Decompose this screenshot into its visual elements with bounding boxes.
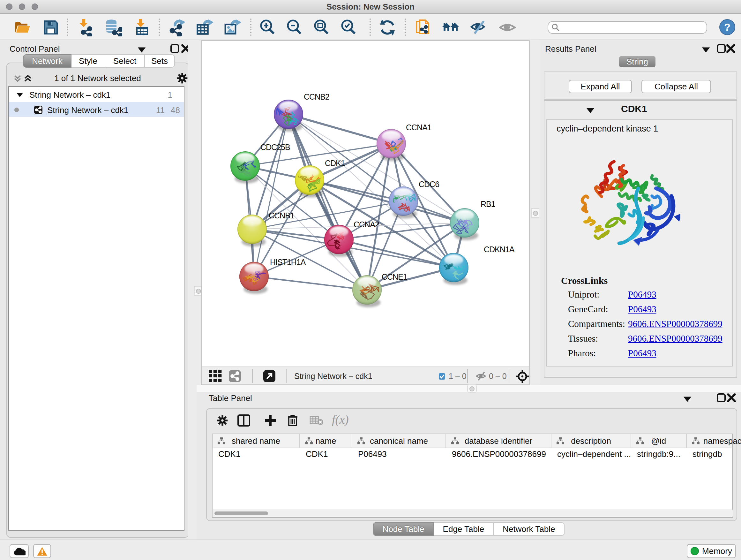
tab-network-table[interactable]: Network Table [494,522,564,536]
tab-node-table[interactable]: Node Table [373,522,434,536]
right-split-divider[interactable] [530,40,540,391]
status-bar: Memory [0,540,741,560]
help-icon[interactable]: ? [719,19,737,37]
memory-button[interactable]: Memory [687,544,736,558]
show-graphics-icon[interactable] [498,18,516,37]
delete-table-icon[interactable] [310,416,324,425]
import-network-file-icon[interactable] [76,18,94,37]
left-divider-grip[interactable] [196,289,201,294]
birdseye-grid-icon[interactable] [209,370,223,383]
export-table-icon[interactable] [196,18,213,37]
network-node-HIST1H1A[interactable]: HIST1H1A [239,258,306,294]
network-collection-row[interactable]: String Network – cdk1 1 [9,87,184,102]
right-divider-grip[interactable] [533,211,538,216]
collection-expander-icon[interactable] [16,92,23,98]
select-columns-icon[interactable] [238,415,250,427]
table-cell[interactable]: P06493 [352,448,446,460]
maximize-panel-icon[interactable] [716,44,726,54]
cloud-status-button[interactable] [10,544,29,558]
column-header-namespace[interactable]: namespace [687,434,741,448]
network-node-CDC6[interactable]: CDC6 [389,180,439,219]
float-panel-icon[interactable] [682,394,692,404]
float-panel-icon[interactable] [137,45,147,55]
tab-style[interactable]: Style [71,54,105,68]
column-header--id[interactable]: @id [631,434,687,448]
window-title: Session: New Session [0,2,741,12]
copy-network-icon[interactable] [414,18,432,37]
network-edge-CDK1-RB1[interactable] [310,180,465,223]
zoom-selected-icon[interactable] [340,18,357,37]
tab-sets[interactable]: Sets [145,54,175,68]
selected-checkbox-icon[interactable] [439,373,446,380]
network-edge-HIST1H1A-CCNE1[interactable] [254,276,367,290]
zoom-out-icon[interactable] [285,18,303,37]
collapse-all-button[interactable]: Collapse All [642,80,711,93]
close-panel-icon[interactable] [726,44,736,54]
column-header-canonical-name[interactable]: canonical name [352,434,446,448]
hide-unhide-icon[interactable] [469,18,487,37]
zoom-fit-icon[interactable] [313,18,330,37]
import-network-database-icon[interactable] [105,18,122,37]
tab-edge-table[interactable]: Edge Table [434,522,494,536]
warnings-button[interactable] [33,544,51,558]
search-input[interactable] [548,21,707,34]
add-column-icon[interactable] [264,415,276,427]
zoom-in-icon[interactable] [259,18,276,37]
table-gear-icon[interactable] [216,415,228,427]
scrollbar-thumb[interactable] [214,511,268,515]
import-table-file-icon[interactable] [133,18,151,37]
table-horizontal-scrollbar[interactable] [213,509,733,516]
export-network-icon[interactable] [168,18,186,37]
open-in-new-window-icon[interactable] [263,370,276,382]
network-node-CCNA1[interactable]: CCNA1 [377,123,431,161]
node-label-CDKN1A: CDKN1A [484,245,515,254]
network-canvas[interactable]: CCNB2CCNA1CDC25BCDK1CDC6RB1CCNB1CCNA2CDK… [201,40,530,367]
table-cell[interactable]: stringdb [687,448,741,460]
crosslink-value-link[interactable]: P06493 [628,289,657,300]
network-node-CCNB2[interactable]: CCNB2 [274,92,329,132]
table-cell[interactable]: cyclin–dependent ... [551,448,631,460]
save-session-icon[interactable] [42,18,60,37]
expand-all-button[interactable]: Expand All [569,80,632,93]
table-cell[interactable]: 9606.ENSP00000378699 [446,448,551,460]
tab-select[interactable]: Select [105,54,145,68]
column-header-name[interactable]: name [300,434,352,448]
table-cell[interactable]: CDK1 [300,448,352,460]
network-row-selected[interactable]: String Network – cdk1 11 48 [9,102,184,117]
share-network-icon[interactable] [228,370,241,382]
tab-string[interactable]: String [619,56,656,67]
network-node-CDK1[interactable]: CDK1 [295,159,345,197]
network-node-CDKN1A[interactable]: CDKN1A [439,245,515,285]
network-view-panel: CCNB2CCNA1CDC25BCDK1CDC6RB1CCNB1CCNA2CDK… [201,40,530,385]
column-header-description[interactable]: description [551,434,631,448]
crosslink-value-link[interactable]: P06493 [628,304,657,314]
refresh-icon[interactable] [379,18,396,37]
section-collapse-icon[interactable] [585,107,596,114]
maximize-panel-icon[interactable] [716,393,726,403]
strip-separator [509,369,509,383]
export-image-icon[interactable] [223,18,241,37]
table-cell[interactable]: stringdb:9... [631,448,687,460]
maximize-panel-icon[interactable] [170,44,180,54]
function-builder-icon[interactable]: f(x) [332,413,349,427]
network-node-CCNE1[interactable]: CCNE1 [352,272,407,307]
crosslink-value-link[interactable]: P06493 [628,348,657,359]
table-row[interactable]: CDK1CDK1P064939606.ENSP00000378699cyclin… [212,448,732,460]
open-session-icon[interactable] [13,18,31,37]
column-header-shared-name[interactable]: shared name [212,434,300,448]
delete-column-icon[interactable] [287,414,298,427]
gear-icon[interactable] [176,72,188,84]
crosslink-value-link[interactable]: 9606.ENSP00000378699 [628,333,723,344]
hidden-eye-icon[interactable] [475,372,486,381]
crosslink-value-link[interactable]: 9606.ENSP00000378699 [628,319,723,329]
close-panel-icon[interactable] [726,393,737,403]
float-panel-icon[interactable] [701,45,711,55]
table-cell[interactable]: CDK1 [212,448,300,460]
crosshair-icon[interactable] [516,370,529,383]
tab-network[interactable]: Network [23,54,71,68]
results-panel-title: Results Panel [545,44,596,54]
horizontal-divider-grip[interactable] [469,386,475,391]
home-icon[interactable] [442,18,460,37]
network-node-RB1[interactable]: RB1 [450,199,495,240]
column-header-database-identifier[interactable]: database identifier [446,434,551,448]
